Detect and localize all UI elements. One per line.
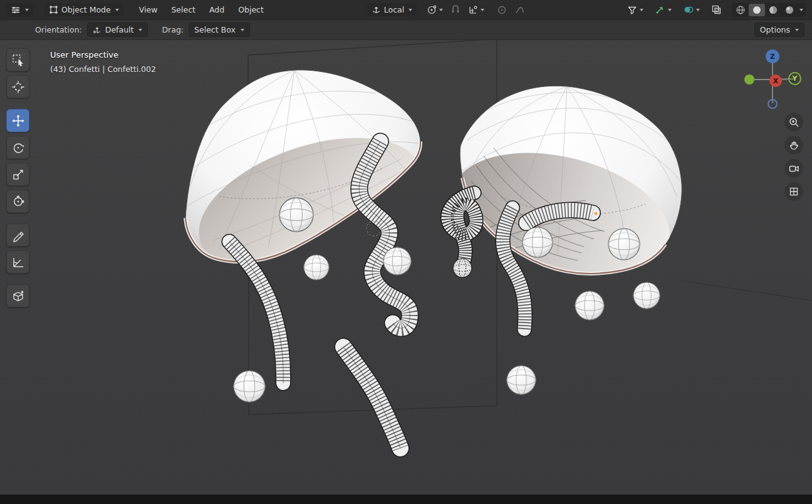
menu-add[interactable]: Add [204,3,230,17]
axis-y-negative-handle[interactable] [744,75,754,85]
chevron-down-icon [696,9,700,11]
confetti-ball[interactable] [507,366,536,394]
menu-view[interactable]: View [133,3,164,17]
3d-viewport[interactable]: User Perspective (43) Confetti | Confett… [0,40,812,495]
wireframe-icon [736,5,746,15]
zoom-icon [788,116,799,128]
show-overlays-icon [683,4,694,15]
tool-select-box[interactable] [6,48,29,71]
chevron-down-icon [409,9,412,11]
snap-target-dropdown[interactable] [466,3,487,17]
chevron-down-icon [795,29,799,31]
shading-mode-group [732,3,806,17]
material-preview-icon [768,5,778,15]
measure-icon [11,255,25,269]
transform-orientation-label: Local [384,5,404,14]
camera-view-icon [788,163,799,174]
axis-z-negative-handle[interactable] [768,99,778,109]
confetti-ball[interactable] [633,282,660,309]
move-icon [11,114,25,128]
drag-dropdown[interactable]: Select Box [189,23,250,37]
snap-toggle[interactable] [448,3,463,17]
shading-rendered-button[interactable] [781,4,798,16]
proportional-falloff-dropdown[interactable] [512,3,527,17]
drag-label: Drag: [162,25,184,34]
camera-view-button[interactable] [784,159,803,178]
tool-move[interactable] [6,109,29,132]
show-gizmo-dropdown[interactable] [652,3,674,17]
axis-z-handle[interactable]: Z [766,49,779,63]
axis-y-handle[interactable]: Y [788,72,801,85]
tool-rotate[interactable] [6,136,29,159]
editor-type-dropdown[interactable] [6,3,33,17]
chevron-down-icon [481,9,484,11]
shading-solid-button[interactable] [749,4,765,16]
scene-canvas[interactable] [0,40,812,495]
options-dropdown[interactable]: Options [754,23,804,37]
editor-type-icon [11,5,21,15]
tool-annotate[interactable] [6,224,29,247]
add-cube-icon [11,289,25,303]
confetti-ball[interactable] [234,371,265,402]
orientation-default-icon [93,26,102,34]
viewport-header: Object Mode View Select Add Object Local [0,0,812,20]
xray-toggle[interactable] [709,3,724,17]
tool-scale[interactable] [6,163,29,186]
rendered-icon [784,5,794,15]
orientation-dropdown[interactable]: Default [87,23,148,37]
scale-icon [11,168,25,182]
select-box-icon [11,53,25,67]
orientation-icon [372,5,381,14]
chevron-down-icon[interactable] [799,9,803,11]
confetti-ball-wireframe[interactable] [453,259,472,277]
tool-add-cube[interactable] [6,284,29,307]
chevron-down-icon [115,9,119,11]
proportional-edit-toggle[interactable] [494,3,509,17]
tool-transform[interactable] [6,190,29,213]
ortho-toggle-icon [788,186,799,197]
cursor-icon [11,80,25,94]
chevron-down-icon [640,9,643,11]
confetti-ball[interactable] [575,291,604,320]
menu-select[interactable]: Select [165,3,201,17]
ortho-toggle-button[interactable] [784,182,803,201]
falloff-curve-icon [514,5,524,15]
zoom-button[interactable] [784,113,803,131]
rotate-icon [11,141,25,155]
tool-cursor[interactable] [6,75,29,98]
snap-target-icon [468,5,478,15]
tool-measure[interactable] [6,250,29,274]
confetti-ball[interactable] [608,229,640,260]
object-mode-icon [49,5,58,14]
orientation-value: Default [105,25,134,34]
transform-orientation-dropdown[interactable]: Local [367,3,417,16]
show-gizmo-icon [655,4,665,15]
navigation-gizmo[interactable]: Z Y X [744,49,802,114]
chevron-down-icon [25,9,29,11]
mode-dropdown-label: Object Mode [61,5,111,14]
shading-wireframe-button[interactable] [732,4,749,16]
menu-object[interactable]: Object [232,3,269,17]
show-overlays-dropdown[interactable] [680,3,702,17]
confetti-ball[interactable] [523,227,553,257]
magnet-icon [450,5,461,15]
object-origin-dot [595,212,598,215]
tool-settings-bar: Orientation: Default Drag: Select Box Op… [0,20,812,40]
pivot-point-dropdown[interactable] [424,3,445,17]
options-label: Options [760,25,790,34]
confetti-ball[interactable] [304,255,329,280]
pan-hand-icon [788,140,799,151]
pan-button[interactable] [784,136,803,155]
object-visibility-dropdown[interactable] [625,3,646,17]
axis-x-handle[interactable]: X [769,75,782,87]
shading-material-button[interactable] [765,4,781,16]
drag-value: Select Box [194,25,236,34]
mode-dropdown[interactable]: Object Mode [44,3,123,16]
confetti-ball[interactable] [383,247,411,275]
confetti-ball[interactable] [279,198,313,232]
status-bar [0,495,812,504]
proportional-edit-icon [497,5,507,15]
toolbar [6,48,29,307]
chevron-down-icon [668,9,672,11]
chevron-down-icon [138,29,142,31]
